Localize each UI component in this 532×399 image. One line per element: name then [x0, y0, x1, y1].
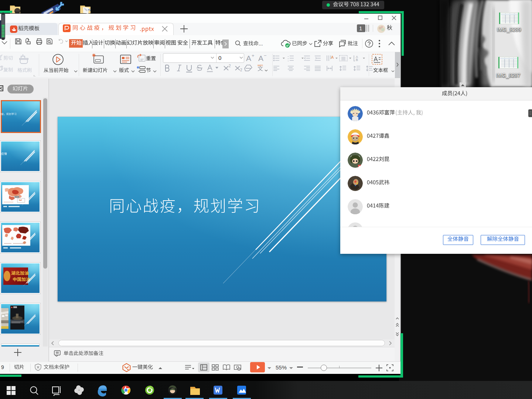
svg-text:TV: TV [88, 9, 91, 11]
svg-text:B: B [356, 58, 358, 62]
svg-text:A: A [331, 55, 334, 59]
